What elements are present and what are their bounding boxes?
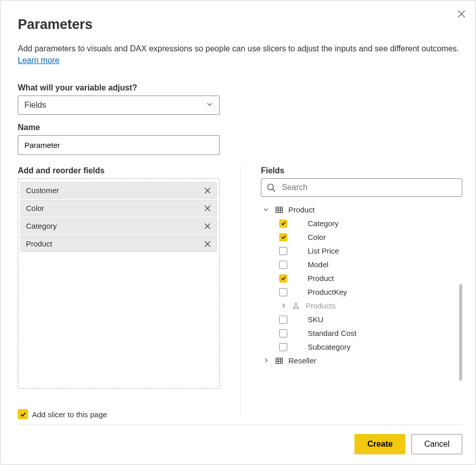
remove-chip-button[interactable] (203, 187, 212, 195)
parameters-dialog: Parameters Add parameters to visuals and… (0, 0, 476, 465)
tree-table-row[interactable]: Product (261, 203, 454, 216)
svg-rect-19 (297, 307, 299, 309)
check-icon (20, 411, 26, 418)
tree-field-name: Model (308, 260, 329, 269)
chevron-down-icon[interactable] (262, 205, 270, 214)
tree-field-row[interactable]: List Price (261, 244, 454, 258)
check-icon (281, 221, 286, 226)
reorder-well[interactable]: CustomerColorCategoryProduct (18, 178, 220, 389)
field-checkbox[interactable] (279, 233, 287, 241)
adjust-select[interactable]: Fields (18, 96, 220, 115)
tree-field-row[interactable]: Category (261, 216, 454, 230)
svg-rect-24 (276, 358, 283, 363)
name-label: Name (18, 123, 462, 132)
svg-rect-18 (293, 307, 295, 309)
remove-chip-button[interactable] (203, 222, 212, 230)
reorder-chip[interactable]: Customer (20, 182, 217, 199)
tree-field-name: Products (306, 301, 336, 310)
chevron-right-icon[interactable] (279, 301, 287, 310)
fields-search-input[interactable] (281, 182, 457, 193)
svg-rect-17 (295, 303, 297, 304)
tree-field-name: Color (308, 233, 326, 241)
dialog-footer: Create Cancel (18, 424, 462, 454)
dialog-title: Parameters (18, 17, 462, 33)
field-checkbox[interactable] (279, 343, 287, 351)
cancel-button[interactable]: Cancel (411, 434, 462, 454)
field-checkbox[interactable] (279, 247, 287, 255)
scrollbar-thumb[interactable] (459, 284, 462, 381)
reorder-label: Add and reorder fields (18, 166, 220, 175)
tree-field-row[interactable]: Standard Cost (261, 326, 454, 340)
fields-label: Fields (261, 166, 462, 175)
tree-field-name: Subcategory (308, 343, 350, 351)
chevron-down-icon (206, 101, 213, 110)
check-icon (281, 275, 286, 281)
tree-field-row[interactable]: Product (261, 271, 454, 285)
fields-tree[interactable]: ProductCategoryColorList PriceModelProdu… (261, 203, 462, 419)
dialog-description-text: Add parameters to visuals and DAX expres… (18, 44, 459, 53)
remove-chip-button[interactable] (203, 204, 212, 212)
reorder-chip[interactable]: Color (20, 200, 217, 216)
reorder-chip-label: Category (26, 222, 57, 230)
check-icon (281, 234, 286, 240)
field-checkbox[interactable] (279, 261, 287, 269)
fields-search[interactable] (261, 178, 462, 197)
adjust-label: What will your variable adjust? (18, 83, 462, 92)
tree-field-row[interactable]: Products (261, 299, 454, 313)
reorder-chip-label: Product (26, 239, 52, 248)
close-icon (204, 187, 211, 194)
tree-field-row[interactable]: Model (261, 258, 454, 271)
tree-table-row[interactable]: Reseller (261, 354, 454, 367)
add-slicer-checkbox[interactable] (18, 409, 28, 419)
close-button[interactable] (455, 8, 467, 20)
tree-field-name: ProductKey (308, 288, 347, 296)
close-icon (204, 240, 211, 247)
tree-field-name: List Price (308, 246, 339, 255)
close-icon (204, 223, 211, 230)
field-checkbox[interactable] (279, 316, 287, 324)
close-icon (204, 205, 211, 212)
tree-field-name: Standard Cost (308, 329, 356, 337)
table-icon (275, 206, 283, 214)
svg-rect-12 (276, 207, 283, 212)
field-checkbox[interactable] (279, 329, 287, 337)
column-divider (240, 166, 241, 414)
svg-point-10 (267, 184, 273, 190)
field-checkbox[interactable] (279, 288, 287, 296)
hierarchy-icon (292, 302, 301, 309)
remove-chip-button[interactable] (203, 240, 212, 248)
tree-field-name: SKU (308, 315, 323, 324)
tree-table-name: Reseller (288, 356, 316, 365)
table-icon (275, 357, 283, 365)
tree-field-row[interactable]: SKU (261, 313, 454, 326)
reorder-chip-label: Color (26, 204, 44, 212)
hierarchy-icon (292, 302, 300, 309)
reorder-chip[interactable]: Product (20, 235, 217, 252)
name-input[interactable] (18, 135, 220, 155)
table-icon (275, 357, 283, 365)
tree-field-name: Category (308, 219, 339, 228)
svg-line-11 (273, 190, 275, 192)
close-icon (458, 10, 465, 18)
dialog-description: Add parameters to visuals and DAX expres… (18, 43, 462, 66)
create-button[interactable]: Create (354, 434, 405, 454)
tree-field-row[interactable]: Color (261, 230, 454, 244)
field-checkbox[interactable] (279, 220, 287, 228)
tree-field-row[interactable]: ProductKey (261, 285, 454, 299)
learn-more-link[interactable]: Learn more (18, 56, 60, 65)
chevron-right-icon[interactable] (262, 356, 270, 365)
tree-field-row[interactable]: Subcategory (261, 340, 454, 354)
reorder-chip-label: Customer (26, 186, 59, 195)
tree-field-name: Product (308, 274, 334, 283)
table-icon (275, 206, 283, 214)
add-slicer-label: Add slicer to this page (32, 410, 107, 419)
field-checkbox[interactable] (279, 274, 287, 283)
search-icon (266, 183, 276, 192)
tree-table-name: Product (288, 205, 315, 214)
reorder-chip[interactable]: Category (20, 218, 217, 234)
adjust-select-value: Fields (24, 101, 46, 110)
